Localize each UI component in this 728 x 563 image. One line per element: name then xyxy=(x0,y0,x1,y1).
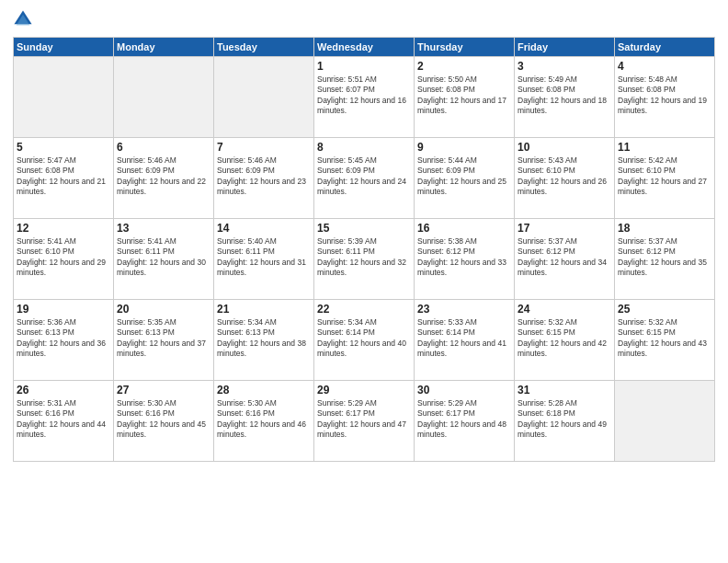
calendar-cell: 28Sunrise: 5:30 AMSunset: 6:16 PMDayligh… xyxy=(214,381,314,462)
cell-info: Sunrise: 5:33 AMSunset: 6:14 PMDaylight:… xyxy=(417,317,506,358)
day-number: 29 xyxy=(317,384,411,396)
calendar-week-row: 19Sunrise: 5:36 AMSunset: 6:13 PMDayligh… xyxy=(14,300,715,381)
calendar-cell xyxy=(14,57,114,138)
day-number: 22 xyxy=(317,303,411,316)
calendar-cell: 4Sunrise: 5:48 AMSunset: 6:08 PMDaylight… xyxy=(615,57,715,138)
calendar-header-row: SundayMondayTuesdayWednesdayThursdayFrid… xyxy=(14,38,715,57)
day-number: 16 xyxy=(417,222,511,235)
cell-info: Sunrise: 5:36 AMSunset: 6:13 PMDaylight:… xyxy=(17,317,106,358)
day-number: 9 xyxy=(417,141,511,154)
column-header-friday: Friday xyxy=(515,38,615,57)
day-number: 17 xyxy=(518,222,611,235)
column-header-wednesday: Wednesday xyxy=(314,38,415,57)
day-number: 15 xyxy=(317,222,411,235)
logo-icon xyxy=(13,9,33,29)
cell-info: Sunrise: 5:44 AMSunset: 6:09 PMDaylight:… xyxy=(417,155,506,196)
calendar-cell: 13Sunrise: 5:41 AMSunset: 6:11 PMDayligh… xyxy=(114,219,214,300)
calendar-cell: 22Sunrise: 5:34 AMSunset: 6:14 PMDayligh… xyxy=(314,300,415,381)
cell-info: Sunrise: 5:34 AMSunset: 6:14 PMDaylight:… xyxy=(317,317,406,358)
cell-info: Sunrise: 5:46 AMSunset: 6:09 PMDaylight:… xyxy=(217,155,306,196)
cell-info: Sunrise: 5:43 AMSunset: 6:10 PMDaylight:… xyxy=(518,155,607,196)
day-number: 14 xyxy=(217,222,311,235)
calendar-cell: 20Sunrise: 5:35 AMSunset: 6:13 PMDayligh… xyxy=(114,300,214,381)
cell-info: Sunrise: 5:29 AMSunset: 6:17 PMDaylight:… xyxy=(417,398,506,439)
calendar-cell: 6Sunrise: 5:46 AMSunset: 6:09 PMDaylight… xyxy=(114,138,214,219)
cell-info: Sunrise: 5:37 AMSunset: 6:12 PMDaylight:… xyxy=(518,236,607,277)
cell-info: Sunrise: 5:38 AMSunset: 6:12 PMDaylight:… xyxy=(417,236,506,277)
cell-info: Sunrise: 5:48 AMSunset: 6:08 PMDaylight:… xyxy=(618,75,707,115)
day-number: 31 xyxy=(518,384,611,396)
cell-info: Sunrise: 5:30 AMSunset: 6:16 PMDaylight:… xyxy=(217,398,306,439)
cell-info: Sunrise: 5:45 AMSunset: 6:09 PMDaylight:… xyxy=(317,155,406,196)
cell-info: Sunrise: 5:32 AMSunset: 6:15 PMDaylight:… xyxy=(518,317,607,358)
cell-info: Sunrise: 5:35 AMSunset: 6:13 PMDaylight:… xyxy=(117,317,206,358)
day-number: 26 xyxy=(17,384,110,396)
calendar-table: SundayMondayTuesdayWednesdayThursdayFrid… xyxy=(13,37,715,462)
day-number: 5 xyxy=(17,141,110,154)
calendar-cell: 31Sunrise: 5:28 AMSunset: 6:18 PMDayligh… xyxy=(515,381,615,462)
calendar-cell: 29Sunrise: 5:29 AMSunset: 6:17 PMDayligh… xyxy=(314,381,415,462)
day-number: 13 xyxy=(117,222,210,235)
cell-info: Sunrise: 5:49 AMSunset: 6:08 PMDaylight:… xyxy=(518,75,607,115)
cell-info: Sunrise: 5:50 AMSunset: 6:08 PMDaylight:… xyxy=(417,75,506,115)
calendar-cell: 17Sunrise: 5:37 AMSunset: 6:12 PMDayligh… xyxy=(515,219,615,300)
day-number: 4 xyxy=(618,60,711,73)
day-number: 6 xyxy=(117,141,210,154)
calendar-cell: 21Sunrise: 5:34 AMSunset: 6:13 PMDayligh… xyxy=(214,300,314,381)
day-number: 10 xyxy=(518,141,611,154)
calendar-cell: 16Sunrise: 5:38 AMSunset: 6:12 PMDayligh… xyxy=(415,219,515,300)
calendar-week-row: 5Sunrise: 5:47 AMSunset: 6:08 PMDaylight… xyxy=(14,138,715,219)
calendar-week-row: 12Sunrise: 5:41 AMSunset: 6:10 PMDayligh… xyxy=(14,219,715,300)
cell-info: Sunrise: 5:40 AMSunset: 6:11 PMDaylight:… xyxy=(217,236,306,277)
cell-info: Sunrise: 5:28 AMSunset: 6:18 PMDaylight:… xyxy=(518,398,607,439)
day-number: 28 xyxy=(217,384,311,396)
cell-info: Sunrise: 5:42 AMSunset: 6:10 PMDaylight:… xyxy=(618,155,707,196)
cell-info: Sunrise: 5:32 AMSunset: 6:15 PMDaylight:… xyxy=(618,317,707,358)
calendar-cell: 26Sunrise: 5:31 AMSunset: 6:16 PMDayligh… xyxy=(14,381,114,462)
cell-info: Sunrise: 5:47 AMSunset: 6:08 PMDaylight:… xyxy=(17,155,106,196)
cell-info: Sunrise: 5:46 AMSunset: 6:09 PMDaylight:… xyxy=(117,155,206,196)
column-header-saturday: Saturday xyxy=(615,38,715,57)
day-number: 2 xyxy=(417,60,511,73)
column-header-sunday: Sunday xyxy=(14,38,114,57)
day-number: 23 xyxy=(417,303,511,316)
day-number: 25 xyxy=(618,303,711,316)
cell-info: Sunrise: 5:51 AMSunset: 6:07 PMDaylight:… xyxy=(317,75,406,115)
day-number: 3 xyxy=(518,60,611,73)
day-number: 8 xyxy=(317,141,411,154)
calendar-week-row: 1Sunrise: 5:51 AMSunset: 6:07 PMDaylight… xyxy=(14,57,715,138)
calendar-cell: 14Sunrise: 5:40 AMSunset: 6:11 PMDayligh… xyxy=(214,219,314,300)
calendar-cell: 2Sunrise: 5:50 AMSunset: 6:08 PMDaylight… xyxy=(415,57,515,138)
day-number: 7 xyxy=(217,141,311,154)
cell-info: Sunrise: 5:30 AMSunset: 6:16 PMDaylight:… xyxy=(117,398,206,439)
cell-info: Sunrise: 5:37 AMSunset: 6:12 PMDaylight:… xyxy=(618,236,707,277)
logo xyxy=(13,9,37,29)
calendar-cell: 23Sunrise: 5:33 AMSunset: 6:14 PMDayligh… xyxy=(415,300,515,381)
calendar-cell: 15Sunrise: 5:39 AMSunset: 6:11 PMDayligh… xyxy=(314,219,415,300)
day-number: 18 xyxy=(618,222,711,235)
day-number: 21 xyxy=(217,303,311,316)
column-header-thursday: Thursday xyxy=(415,38,515,57)
calendar-cell: 5Sunrise: 5:47 AMSunset: 6:08 PMDaylight… xyxy=(14,138,114,219)
calendar-cell: 30Sunrise: 5:29 AMSunset: 6:17 PMDayligh… xyxy=(415,381,515,462)
calendar-cell xyxy=(615,381,715,462)
day-number: 1 xyxy=(317,60,411,73)
calendar-week-row: 26Sunrise: 5:31 AMSunset: 6:16 PMDayligh… xyxy=(14,381,715,462)
column-header-tuesday: Tuesday xyxy=(214,38,314,57)
day-number: 27 xyxy=(117,384,210,396)
calendar-cell: 25Sunrise: 5:32 AMSunset: 6:15 PMDayligh… xyxy=(615,300,715,381)
calendar-cell: 12Sunrise: 5:41 AMSunset: 6:10 PMDayligh… xyxy=(14,219,114,300)
calendar-cell: 18Sunrise: 5:37 AMSunset: 6:12 PMDayligh… xyxy=(615,219,715,300)
day-number: 20 xyxy=(117,303,210,316)
calendar-cell xyxy=(214,57,314,138)
calendar-cell: 19Sunrise: 5:36 AMSunset: 6:13 PMDayligh… xyxy=(14,300,114,381)
cell-info: Sunrise: 5:29 AMSunset: 6:17 PMDaylight:… xyxy=(317,398,406,439)
day-number: 24 xyxy=(518,303,611,316)
calendar-cell: 24Sunrise: 5:32 AMSunset: 6:15 PMDayligh… xyxy=(515,300,615,381)
header xyxy=(13,9,715,29)
calendar-cell: 7Sunrise: 5:46 AMSunset: 6:09 PMDaylight… xyxy=(214,138,314,219)
cell-info: Sunrise: 5:31 AMSunset: 6:16 PMDaylight:… xyxy=(17,398,106,439)
cell-info: Sunrise: 5:41 AMSunset: 6:10 PMDaylight:… xyxy=(17,236,106,277)
calendar-cell: 9Sunrise: 5:44 AMSunset: 6:09 PMDaylight… xyxy=(415,138,515,219)
page: SundayMondayTuesdayWednesdayThursdayFrid… xyxy=(0,0,728,563)
